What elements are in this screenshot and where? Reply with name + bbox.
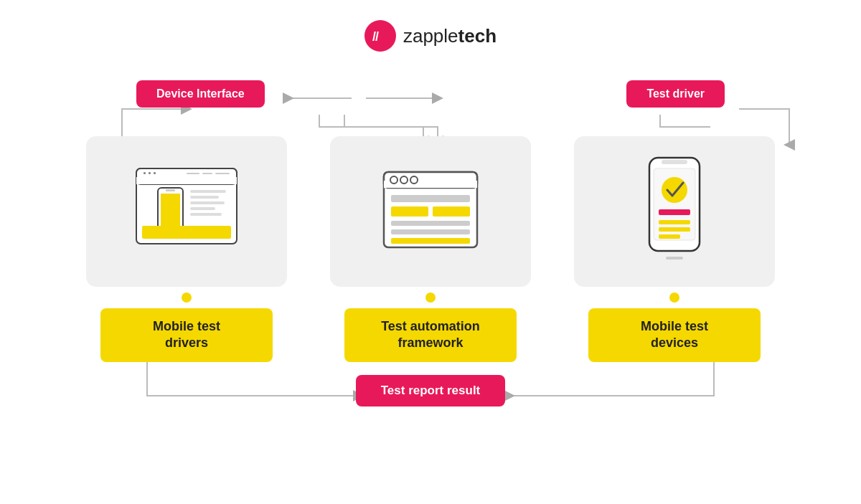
svg-point-35: [662, 177, 687, 203]
svg-rect-6: [154, 172, 156, 174]
mobile-test-drivers-card: [86, 136, 287, 287]
connector-dot-left: [182, 293, 192, 303]
svg-rect-30: [391, 238, 470, 244]
mobile-test-devices-container: Mobile testdevices: [563, 136, 786, 362]
svg-rect-18: [142, 226, 231, 239]
svg-rect-34: [666, 257, 683, 260]
svg-rect-9: [215, 173, 230, 174]
diagram: Device Interface Test driver: [36, 73, 825, 406]
logo: // zappletech: [364, 20, 497, 52]
svg-rect-17: [190, 213, 222, 216]
svg-rect-36: [659, 209, 690, 215]
mobile-devices-icon: [631, 151, 718, 272]
svg-rect-11: [161, 194, 180, 226]
svg-rect-29: [391, 229, 470, 234]
mobile-drivers-icon: [115, 158, 258, 265]
svg-rect-4: [144, 172, 146, 174]
connector-dot-mid: [425, 293, 436, 303]
connector-dot-right: [669, 293, 679, 303]
test-report-badge: Test report result: [356, 375, 506, 406]
svg-rect-13: [190, 190, 226, 193]
svg-rect-7: [187, 173, 199, 174]
mobile-test-devices-label: Mobile testdevices: [588, 308, 761, 362]
svg-rect-28: [391, 221, 470, 226]
test-automation-card: [330, 136, 531, 287]
svg-rect-5: [149, 172, 151, 174]
test-automation-label: Test automationframework: [344, 308, 517, 362]
svg-text://: //: [372, 29, 379, 44]
svg-rect-16: [190, 207, 215, 210]
svg-rect-27: [433, 206, 470, 217]
svg-rect-12: [166, 189, 175, 191]
svg-rect-3: [136, 177, 237, 184]
mobile-test-devices-card: [574, 136, 775, 287]
mobile-test-drivers-label: Mobile testdrivers: [100, 308, 273, 362]
svg-rect-15: [190, 201, 225, 204]
svg-rect-38: [659, 227, 690, 232]
test-automation-icon: [370, 158, 491, 265]
logo-icon: //: [364, 20, 396, 52]
svg-rect-25: [391, 195, 470, 202]
svg-rect-39: [659, 234, 680, 239]
mobile-test-drivers-container: Mobile testdrivers: [75, 136, 298, 362]
logo-text: zappletech: [403, 25, 497, 47]
svg-rect-21: [384, 181, 477, 188]
svg-rect-33: [662, 160, 687, 164]
device-interface-badge: Device Interface: [136, 80, 265, 108]
svg-rect-14: [190, 196, 219, 199]
svg-rect-8: [202, 173, 212, 174]
test-automation-container: Test automationframework: [319, 136, 542, 362]
test-driver-badge: Test driver: [626, 80, 725, 108]
svg-rect-37: [659, 220, 690, 224]
svg-rect-26: [391, 206, 428, 217]
